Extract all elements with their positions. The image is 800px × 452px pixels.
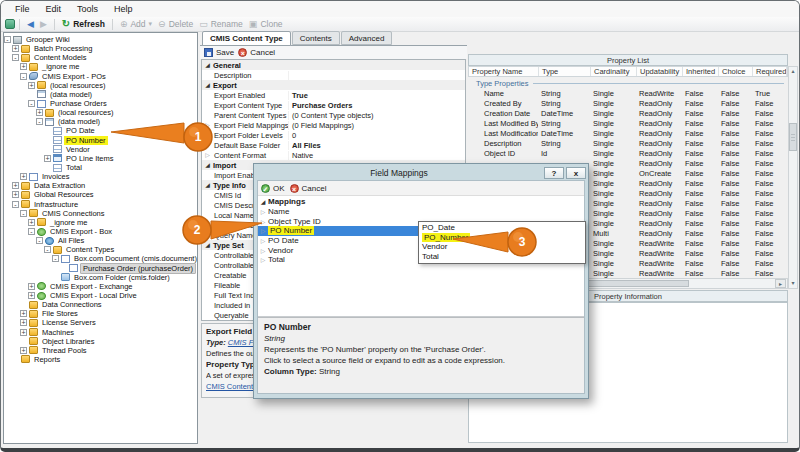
column-header[interactable]: Required [753,67,787,76]
tree-item[interactable]: + Invoices [4,172,197,181]
property-row[interactable]: Export Folder Levels 0 [202,130,465,140]
tree-expand-toggle[interactable]: + [20,173,27,180]
dropdown-item[interactable]: PO_Date [419,223,585,233]
tree-expand-toggle[interactable]: + [28,283,35,290]
category-collapse-icon[interactable]: ◢ [202,180,213,190]
table-row[interactable]: Created ByStringSingleReadOnlyFalseFalse… [468,98,788,108]
dropdown-item[interactable]: PO_Number [419,233,585,243]
tree-item[interactable]: Reports [4,355,197,364]
delete-button[interactable]: ⊖ Delete [155,19,196,29]
tree-expand-toggle[interactable]: - [36,118,43,125]
mapping-expand-icon[interactable]: ▷ [258,227,268,234]
app-nav-icon[interactable] [5,19,15,29]
tree-expand-toggle[interactable]: + [36,109,43,116]
tree-expand-toggle[interactable]: + [20,310,27,317]
property-row[interactable]: Description [202,70,465,80]
property-row[interactable]: Parent Content Types (0 Content Type obj… [202,110,465,120]
tree-item[interactable]: + Batch Processing [4,44,197,53]
add-button[interactable]: ⊕ Add ▾ [117,19,155,29]
menu-item[interactable]: Help [106,2,141,16]
tree-item[interactable]: + Machines [4,328,197,337]
tree-expand-toggle[interactable]: - [12,201,19,208]
tree-item[interactable]: + Global Resources [4,190,197,199]
mapping-expand-icon[interactable]: ◢ [258,198,268,205]
tree-item[interactable]: (data model) [4,90,197,99]
category-collapse-icon[interactable]: ◢ [202,60,213,70]
column-header[interactable]: Property Name [469,67,539,76]
tree-item[interactable]: Object Libraries [4,337,197,346]
property-value[interactable]: True [289,91,465,100]
row-expand-icon[interactable]: ▷ [202,150,213,160]
tree-expand-toggle[interactable]: + [20,347,27,354]
forward-button[interactable]: ▶ [37,19,50,29]
tree-expand-toggle[interactable]: + [12,182,19,189]
property-category-row[interactable]: ◢ Export [202,80,465,90]
tree-expand-toggle[interactable]: + [28,82,35,89]
table-row[interactable]: Object IDIdSingleReadOnlyFalseFalseFalse [468,148,788,158]
tree-expand-toggle[interactable]: + [20,329,27,336]
save-button[interactable]: Save [204,48,234,57]
tree-item[interactable]: + File Stores [4,309,197,318]
category-collapse-icon[interactable]: ◢ [202,240,213,250]
property-value[interactable]: (0 Content Type objects) [289,111,465,120]
tree-item[interactable]: + (local resources) [4,108,197,117]
tree-expand-toggle[interactable]: + [12,191,19,198]
tree-item[interactable]: + License Servers [4,318,197,327]
tree-item[interactable]: Total [4,163,197,172]
tree-item[interactable]: + CMIS Export - Local Drive [4,291,197,300]
dropdown-item[interactable]: Vendor [419,242,585,252]
tree-expand-toggle[interactable]: + [28,219,35,226]
property-value[interactable]: Purchase Orders [289,101,465,110]
tree-expand-toggle[interactable]: - [36,237,43,244]
help-button[interactable]: ? [544,167,564,179]
tree-item[interactable]: - Content Models [4,53,197,62]
mapping-row[interactable]: ▷ Name [258,207,584,217]
property-value[interactable]: Native [289,151,465,160]
tree-expand-toggle[interactable]: + [20,63,27,70]
property-row[interactable]: ▷ Export Field Mappings (0 Field Mapping… [202,120,465,130]
column-header[interactable]: Cardinality [591,67,637,76]
tree-item[interactable]: Vendor [4,145,197,154]
cancel-button[interactable]: × Cancel [238,48,275,57]
column-header[interactable]: Updatability [637,67,683,76]
tree-expand-toggle[interactable]: - [4,36,11,43]
tree-item[interactable]: PO Date [4,126,197,135]
tree-item[interactable]: + Thread Pools [4,346,197,355]
clone-button[interactable]: ▣ Clone [246,19,286,29]
dropdown-item[interactable]: Total [419,252,585,262]
menu-item[interactable]: Tools [69,2,106,16]
tree-item[interactable]: + CMIS Export - Exchange [4,282,197,291]
menu-item[interactable]: Edit [38,2,70,16]
column-header[interactable]: Inherited [683,67,719,76]
property-category-row[interactable]: ◢ General [202,60,465,70]
table-row[interactable]: Creation DateDateTimeSingleReadOnlyFalse… [468,108,788,118]
tree-expand-toggle[interactable]: - [44,246,51,253]
table-row[interactable]: NameStringSingleReadWriteFalseFalseTrue [468,88,788,98]
menu-item[interactable]: File [7,2,38,16]
tree-item[interactable]: - CMIS Export - Box [4,227,197,236]
property-value[interactable]: All Files [289,141,465,150]
property-row[interactable]: Export Content Type Purchase Orders [202,100,465,110]
tree-expand-toggle[interactable]: - [12,54,19,61]
scroll-up-icon[interactable]: ▴ [789,67,797,76]
refresh-button[interactable]: ↻ Refresh [59,19,108,29]
tree-item[interactable]: Data Connections [4,300,197,309]
tree-expand-toggle[interactable]: - [20,73,27,80]
content-type-link[interactable]: CMIS Content T [206,382,260,391]
tree-expand-toggle[interactable]: - [28,228,35,235]
column-header[interactable]: Choice [719,67,753,76]
tree-item[interactable]: - (data model) [4,117,197,126]
tree-expand-toggle[interactable]: + [12,45,19,52]
tree-item[interactable]: - Grooper Wiki [4,35,197,44]
tree-item[interactable]: Box.com Folder (cmis.folder) [4,273,197,282]
tree-expand-toggle[interactable]: + [20,319,27,326]
tree-item[interactable]: + _ignore me [4,62,197,71]
dialog-cancel-button[interactable]: × Cancel [290,184,327,193]
mapping-expand-icon[interactable]: ▷ [258,247,268,254]
table-row[interactable]: Last Modified ByStringSingleReadOnlyFals… [468,118,788,128]
tree-item[interactable]: Purchase Order (purchaseOrder) [4,264,197,273]
ok-button[interactable]: ✓ OK [261,184,285,193]
tree-expand-toggle[interactable]: - [20,210,27,217]
property-group-row[interactable]: Type Properties [468,78,788,88]
scroll-down-icon[interactable]: ▾ [789,279,797,288]
